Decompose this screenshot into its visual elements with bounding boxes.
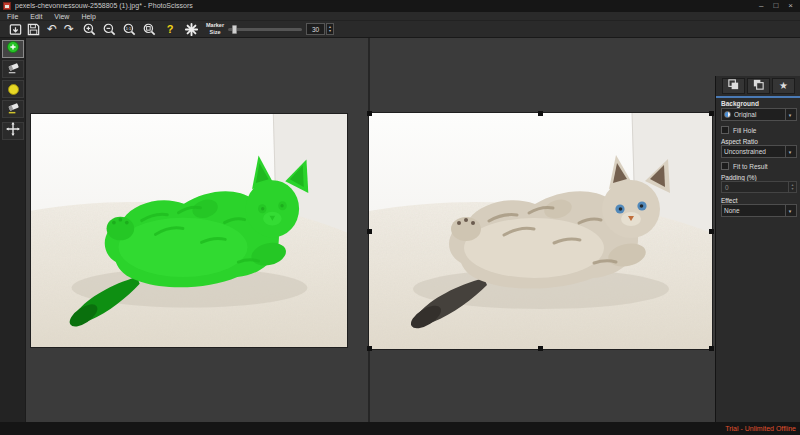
menu-bar: File Edit View Help [0,12,800,21]
eraser-yellow-tool[interactable] [2,100,24,118]
fit-to-result-label: Fit to Result [733,163,768,170]
svg-text:1:1: 1:1 [125,26,130,30]
crop-handle-top-left[interactable] [367,111,372,116]
zoom-out-button[interactable] [100,21,118,37]
zoom-actual-icon: 1:1 [122,22,137,37]
effect-value: None [724,207,785,214]
background-label: Background [721,100,759,107]
aspect-ratio-label: Aspect Ratio [721,138,758,145]
background-value: Original [734,111,785,118]
foreground-tab-icon [752,77,765,95]
help-icon: ? [167,23,174,35]
save-icon [26,22,41,37]
crop-handle-top-right[interactable] [709,111,714,116]
marker-size-input[interactable]: 30 [306,23,325,35]
window-title: pexels-chevonnessouw-2558805 (1).jpg* - … [15,0,193,12]
yellow-marker-icon [8,84,19,95]
crop-handle-bottom-right[interactable] [709,346,714,351]
foreground-tab[interactable] [747,78,770,94]
fit-to-result-checkbox[interactable] [721,162,729,170]
marker-size-slider[interactable] [228,28,302,31]
zoom-actual-button[interactable]: 1:1 [120,21,138,37]
zoom-fit-button[interactable] [140,21,158,37]
effects-tab[interactable]: ★ [772,78,795,94]
aspect-ratio-dropdown[interactable]: Unconstrained ▾ [721,145,797,158]
background-tab-icon [727,77,740,95]
chevron-down-icon: ▾ [785,109,794,120]
undo-icon: ↶ [47,22,57,36]
spin-down-icon[interactable]: ▾ [329,29,331,33]
redo-icon: ↷ [64,22,74,36]
trial-status: Trial - Unlimited Offline [725,425,796,432]
crop-handle-top-center[interactable] [538,111,543,116]
redo-button[interactable]: ↷ [60,21,78,37]
refine-button[interactable] [182,21,200,37]
toolbar: ↶ ↷ 1:1 ? Marker Size 30 [0,21,800,38]
undo-button[interactable]: ↶ [43,21,61,37]
move-icon [6,122,20,140]
maximize-button[interactable]: □ [773,0,778,12]
main-area: ★ Background Original ▾ Fill Hole Aspect… [0,38,800,422]
result-image-pane[interactable] [369,113,712,349]
refine-icon [184,22,199,37]
background-dropdown[interactable]: Original ▾ [721,108,797,121]
marker-size-label: Marker Size [206,22,224,35]
result-image-cat [369,113,712,349]
chevron-down-icon: ▾ [785,205,794,216]
aspect-ratio-value: Unconstrained [724,148,785,155]
green-marker-tool[interactable] [2,40,24,58]
menu-edit[interactable]: Edit [30,13,42,20]
save-button[interactable] [24,21,42,37]
menu-file[interactable]: File [7,13,18,20]
padding-input[interactable]: 0 ▴ ▾ [721,181,797,193]
green-marker-icon [6,40,20,58]
eraser-icon [6,60,21,79]
pan-tool[interactable] [2,122,24,140]
fill-hole-row: Fill Hole [721,126,756,134]
effect-label: Effect [721,197,738,204]
status-bar: Trial - Unlimited Offline [0,422,800,435]
tool-column [0,38,26,422]
fill-hole-checkbox[interactable] [721,126,729,134]
close-button[interactable]: × [788,0,793,12]
menu-view[interactable]: View [54,13,69,20]
photoscissors-window: pexels-chevonnessouw-2558805 (1).jpg* - … [0,0,800,435]
sidebar: ★ Background Original ▾ Fill Hole Aspect… [715,76,800,435]
canvas [27,38,715,422]
marker-size-spinner[interactable]: ▴ ▾ [326,23,334,35]
yellow-marker-tool[interactable] [2,80,24,98]
open-button[interactable] [6,21,24,37]
spin-down-icon[interactable]: ▾ [791,187,793,191]
open-icon [8,22,23,37]
chevron-down-icon: ▾ [785,146,794,157]
fill-hole-label: Fill Hole [733,127,756,134]
zoom-in-button[interactable] [80,21,98,37]
help-button[interactable]: ? [161,21,179,37]
effect-dropdown[interactable]: None ▾ [721,204,797,217]
crop-handle-bottom-center[interactable] [538,346,543,351]
background-tab[interactable] [722,78,745,94]
minimize-button[interactable]: – [759,0,763,12]
menu-help[interactable]: Help [81,13,95,20]
crop-handle-bottom-left[interactable] [367,346,372,351]
tab-underline [716,96,800,98]
marker-size-slider-handle[interactable] [232,25,237,34]
star-icon: ★ [779,81,788,91]
background-thumb-icon [724,111,731,118]
zoom-fit-icon [142,22,157,37]
zoom-out-icon [102,22,117,37]
crop-handle-left-center[interactable] [367,229,372,234]
padding-value: 0 [725,184,729,191]
sidebar-tabs: ★ [722,78,795,94]
title-bar: pexels-chevonnessouw-2558805 (1).jpg* - … [0,0,800,12]
crop-handle-right-center[interactable] [709,229,714,234]
source-image-cat-green [31,114,347,347]
padding-spinner[interactable]: ▴ ▾ [788,182,796,192]
eraser-tool[interactable] [2,60,24,78]
zoom-in-icon [82,22,97,37]
fit-to-result-row: Fit to Result [721,162,768,170]
eraser-yellow-icon [6,100,21,119]
app-icon [3,2,11,10]
padding-label: Padding (%) [721,174,757,181]
source-image-pane[interactable] [31,114,347,347]
